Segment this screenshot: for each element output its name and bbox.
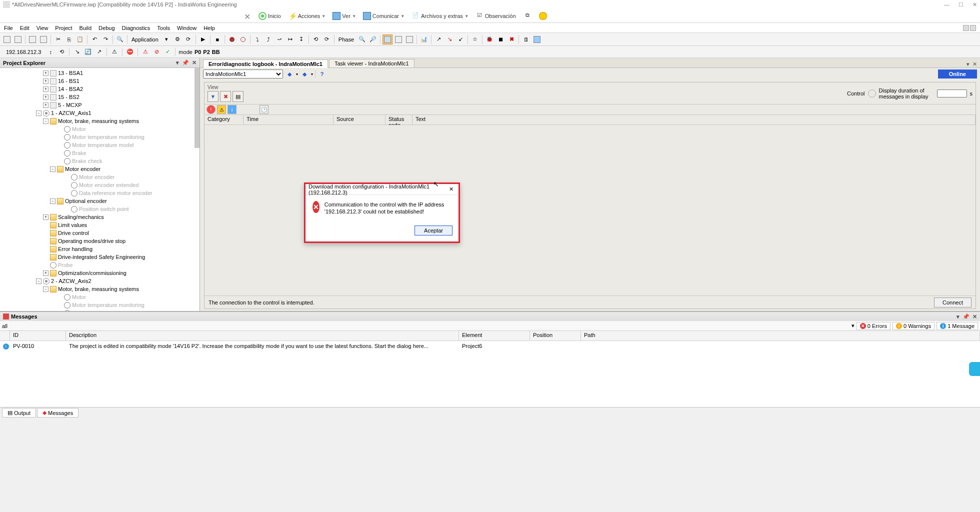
warnings-badge[interactable]: !0 Warnings — [892, 322, 934, 330]
tree-node[interactable]: -Motor, brake, measuring systems — [1, 285, 200, 293]
tree-node[interactable]: Motor — [1, 293, 200, 301]
tool-a-button[interactable] — [394, 34, 404, 44]
p2-label[interactable]: P2 — [203, 49, 210, 55]
tree-label[interactable]: Drive control — [58, 230, 89, 236]
conn-d-button[interactable]: 🔄 — [84, 48, 92, 56]
help-button[interactable]: ? — [318, 70, 326, 78]
undo-button[interactable]: ↶ — [90, 34, 100, 44]
export-button[interactable]: ↗ — [434, 34, 444, 44]
tree-label[interactable]: Motor temperature monitoring — [72, 302, 144, 308]
explorer-pin-button[interactable]: 📌 — [182, 60, 189, 66]
stop-all-button[interactable]: ⛔ — [126, 48, 134, 56]
tree-node[interactable]: +Scaling/mechanics — [1, 213, 200, 221]
tree-label[interactable]: Motor, brake, measuring systems — [58, 118, 139, 124]
messages-filter-text[interactable]: all — [2, 323, 850, 329]
tabs-close-button[interactable]: ✕ — [972, 61, 977, 68]
tree-node[interactable]: Motor temperature monitoring — [1, 133, 200, 141]
tree-label[interactable]: Drive-integrated Safety Engineering — [58, 254, 145, 260]
tree-node[interactable]: Motor temperature model — [1, 141, 200, 149]
clear-filter-button[interactable]: ✖ — [220, 91, 231, 102]
col-elem[interactable]: Element — [459, 331, 530, 340]
saveall-button[interactable] — [38, 34, 48, 44]
menu-window[interactable]: Window — [177, 25, 196, 31]
open-button[interactable] — [13, 34, 23, 44]
menu-build[interactable]: Build — [80, 25, 92, 31]
bp-button[interactable] — [227, 34, 237, 44]
nav-left-button[interactable]: ◆ — [285, 70, 294, 78]
build-button[interactable]: ⚙ — [172, 34, 182, 44]
col-time[interactable]: Time — [244, 115, 334, 124]
p0-label[interactable]: P0 — [194, 49, 201, 55]
save-button[interactable] — [28, 34, 38, 44]
app-dropdown[interactable]: ▾ — [162, 34, 172, 44]
tool-b-button[interactable] — [404, 34, 414, 44]
new-button[interactable] — [2, 34, 12, 44]
tree-node[interactable]: +14 - BSA2 — [1, 85, 200, 93]
step-over-button[interactable]: ⤴ — [264, 34, 274, 44]
dialog-ok-button[interactable]: Aceptar — [414, 226, 452, 236]
conn-b-button[interactable]: ⟲ — [57, 48, 66, 56]
tree-label[interactable]: Position switch point — [79, 206, 129, 212]
tree-scrollbar[interactable] — [194, 68, 200, 148]
tree-expander[interactable]: - — [43, 118, 48, 124]
tree-node[interactable]: -1 - AZCW_Axis1 — [1, 109, 200, 117]
tree-node[interactable]: Motor — [1, 125, 200, 133]
tab-error-logbook[interactable]: Error/diagnostic logbook - IndraMotionMl… — [203, 60, 328, 68]
tree-expander[interactable]: + — [43, 270, 48, 276]
conn-a-button[interactable]: ↕ — [46, 48, 55, 56]
step2-button[interactable]: ↧ — [296, 34, 306, 44]
comunicar-button[interactable]: Comunicar — [360, 11, 407, 21]
tree-node[interactable]: +5 - MCXP — [1, 101, 200, 109]
smiley-button[interactable] — [536, 11, 550, 21]
messages-tab[interactable]: ◆Messages — [37, 408, 78, 418]
dialog-close-button[interactable]: ✕ — [447, 186, 456, 192]
tree-label[interactable]: Data reference motor encoder — [79, 190, 152, 196]
messages-close-button[interactable]: ✕ — [972, 314, 977, 320]
messages-pin-button[interactable]: 📌 — [962, 314, 970, 320]
zoom-in-button[interactable]: 🔍 — [357, 34, 367, 44]
tree-node[interactable]: +15 - BS2 — [1, 93, 200, 101]
inicio-button[interactable]: Inicio — [256, 11, 284, 21]
col-status[interactable]: Status code — [386, 115, 412, 124]
acciones-button[interactable]: ⚡Acciones — [286, 11, 328, 21]
conn-c-button[interactable]: ↘ — [72, 48, 82, 56]
tree-label[interactable]: 1 - AZCW_Axis1 — [51, 110, 92, 116]
tree-node[interactable]: Motor encoder — [1, 173, 200, 181]
star-button[interactable]: ☆ — [470, 34, 480, 44]
tree-expander[interactable]: + — [43, 214, 48, 220]
menu-debug[interactable]: Debug — [98, 25, 114, 31]
errors-badge[interactable]: ✕0 Errors — [856, 322, 890, 330]
nav-fwd-button[interactable]: ⟳ — [322, 34, 332, 44]
tree-expander[interactable]: - — [50, 166, 56, 172]
tree-node[interactable]: Data reference motor encoder — [1, 189, 200, 197]
message-row[interactable]: i PV-0010 The project is edited in compa… — [0, 341, 980, 351]
close-action-button[interactable]: ✕ — [240, 11, 254, 21]
info-filter-button[interactable]: i — [228, 105, 236, 114]
step-out-button[interactable]: ⤻ — [274, 34, 284, 44]
tree-label[interactable]: Motor, brake, measuring systems — [58, 286, 139, 292]
bb-label[interactable]: BB — [212, 49, 220, 55]
tree-expander[interactable]: + — [43, 86, 48, 92]
redo-button[interactable]: ↷ — [100, 34, 110, 44]
tree-label[interactable]: Motor temperature model — [72, 310, 134, 311]
tree-node[interactable]: -Optional encoder — [1, 197, 200, 205]
tree-label[interactable]: Motor temperature monitoring — [72, 134, 144, 140]
observacion-button[interactable]: ☑Observación — [472, 11, 519, 21]
menu-view[interactable]: View — [36, 25, 48, 31]
menu-tools[interactable]: Tools — [157, 25, 170, 31]
col-path[interactable]: Path — [581, 331, 980, 340]
control-icon[interactable] — [868, 90, 876, 98]
tree-label[interactable]: Motor temperature model — [72, 142, 134, 148]
duration-input[interactable] — [937, 90, 967, 98]
tree-node[interactable]: Drive control — [1, 229, 200, 237]
filter-dropdown-icon[interactable]: ▾ — [852, 322, 854, 329]
side-widget[interactable] — [969, 362, 980, 376]
tree-node[interactable]: Probe — [1, 261, 200, 269]
copy-button[interactable]: ⎘ — [64, 34, 74, 44]
output-tab[interactable]: ▤Output — [2, 408, 36, 418]
project-tree[interactable]: +13 - BSA1+16 - BS1+14 - BSA2+15 - BS2+5… — [0, 68, 200, 311]
archivos-button[interactable]: 📄Archivos y extras — [408, 11, 471, 21]
tree-expander[interactable]: - — [50, 198, 56, 204]
nav-back-button[interactable]: ⟲ — [311, 34, 321, 44]
tree-node[interactable]: Operating modes/drive stop — [1, 237, 200, 245]
